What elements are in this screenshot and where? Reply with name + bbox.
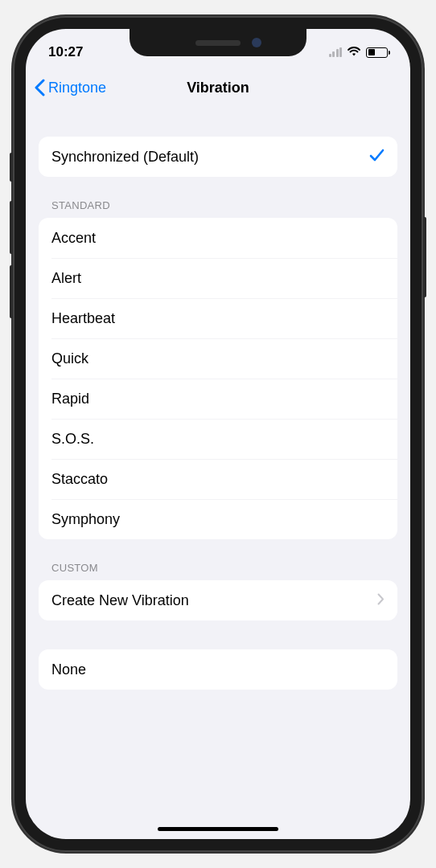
vibration-option-staccato[interactable]: Staccato [39, 459, 397, 499]
chevron-right-icon [377, 592, 385, 609]
default-group: Synchronized (Default) [39, 137, 397, 177]
battery-level [368, 49, 376, 55]
vibration-option-synchronized[interactable]: Synchronized (Default) [39, 137, 397, 177]
option-label: Staccato [51, 471, 108, 488]
volume-up-button [10, 201, 13, 254]
vibration-option-heartbeat[interactable]: Heartbeat [39, 298, 397, 338]
cellular-signal-icon [329, 47, 343, 57]
status-time: 10:27 [48, 44, 83, 60]
create-new-vibration-button[interactable]: Create New Vibration [39, 580, 397, 620]
mute-switch [10, 153, 13, 182]
wifi-icon [347, 45, 361, 59]
power-button [423, 217, 426, 297]
section-header-custom: CUSTOM [39, 562, 397, 580]
option-label: S.O.S. [51, 431, 94, 448]
custom-group: Create New Vibration [39, 580, 397, 620]
screen: 10:27 [26, 29, 410, 839]
front-camera [252, 38, 261, 47]
option-label: Accent [51, 230, 96, 247]
create-label: Create New Vibration [51, 592, 189, 609]
option-label: Rapid [51, 391, 89, 407]
vibration-option-quick[interactable]: Quick [39, 338, 397, 379]
vibration-option-rapid[interactable]: Rapid [39, 379, 397, 419]
back-label: Ringtone [48, 80, 106, 96]
option-label: Symphony [51, 511, 120, 528]
vibration-option-none[interactable]: None [39, 649, 397, 690]
display-notch [130, 29, 306, 56]
option-label: None [51, 661, 86, 678]
navigation-bar: Ringtone Vibration [26, 68, 410, 108]
phone-device-frame: 10:27 [13, 16, 423, 852]
option-label: Heartbeat [51, 310, 115, 327]
content-area: Synchronized (Default) STANDARD Accent A… [26, 108, 410, 690]
chevron-left-icon [34, 79, 45, 96]
vibration-option-accent[interactable]: Accent [39, 218, 397, 258]
option-label: Quick [51, 350, 88, 367]
checkmark-icon [368, 147, 385, 167]
speaker-grille [195, 40, 241, 46]
option-label: Synchronized (Default) [51, 149, 199, 166]
vibration-option-alert[interactable]: Alert [39, 258, 397, 298]
status-icons [329, 45, 389, 59]
home-indicator[interactable] [158, 827, 278, 831]
battery-icon [366, 47, 388, 58]
page-title: Vibration [187, 80, 249, 96]
option-label: Alert [51, 270, 81, 287]
back-button[interactable]: Ringtone [34, 79, 106, 96]
standard-group: Accent Alert Heartbeat Quick Rapid S.O.S… [39, 218, 397, 539]
volume-down-button [10, 265, 13, 318]
section-header-standard: STANDARD [39, 199, 397, 218]
vibration-option-symphony[interactable]: Symphony [39, 499, 397, 539]
vibration-option-sos[interactable]: S.O.S. [39, 419, 397, 459]
none-group: None [39, 649, 397, 690]
